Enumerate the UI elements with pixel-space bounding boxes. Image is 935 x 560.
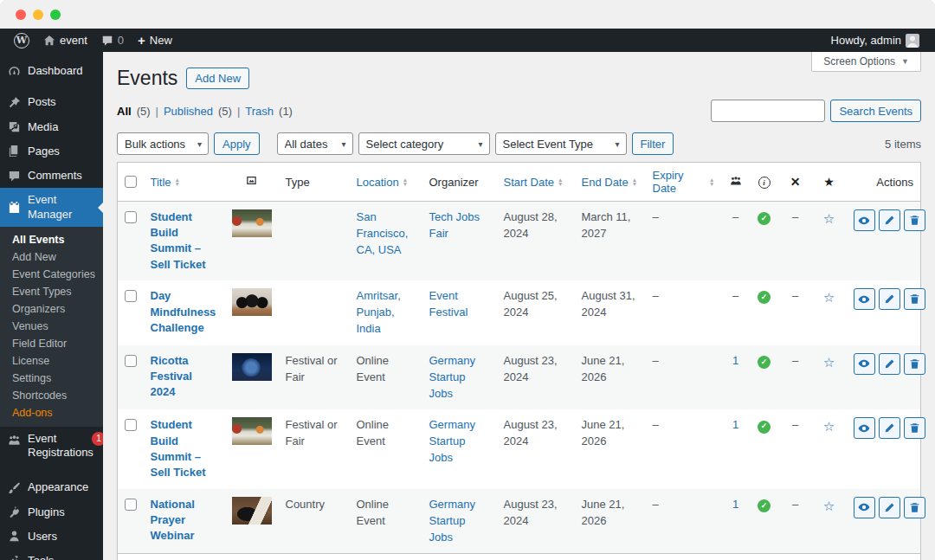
sidebar-item-appearance[interactable]: Appearance <box>0 475 103 499</box>
apply-button[interactable]: Apply <box>214 132 260 155</box>
event-location-link[interactable]: Amritsar, Punjab, India <box>357 289 401 335</box>
event-thumbnail[interactable] <box>232 497 272 525</box>
delete-event-button[interactable] <box>904 209 925 231</box>
event-title-link[interactable]: Day Mindfulness Challenge <box>151 288 218 336</box>
registrations-count-link[interactable]: 1 <box>732 354 738 367</box>
submenu-venues[interactable]: Venues <box>0 318 103 335</box>
sidebar-item-event-manager[interactable]: Event Manager <box>0 188 103 227</box>
event-thumbnail[interactable] <box>232 288 272 316</box>
sidebar-item-posts[interactable]: Posts <box>0 90 103 114</box>
sidebar-item-pages[interactable]: Pages <box>0 139 103 164</box>
zoom-window-button[interactable] <box>50 10 61 20</box>
sidebar-item-dashboard[interactable]: Dashboard <box>0 59 103 83</box>
featured-star-toggle[interactable]: ☆ <box>823 211 835 226</box>
sidebar-item-plugins[interactable]: Plugins <box>0 500 103 525</box>
close-window-button[interactable] <box>16 10 26 20</box>
event-title-link[interactable]: Ricotta Festival 2024 <box>151 353 218 401</box>
row-checkbox[interactable] <box>125 211 137 223</box>
sidebar-item-users[interactable]: Users <box>0 525 103 549</box>
submenu-license[interactable]: License <box>0 352 103 370</box>
event-location-link[interactable]: San Francisco, CA, USA <box>357 210 409 256</box>
event-title-link[interactable]: Student Build Summit – Sell Ticket <box>151 209 218 273</box>
wp-logo-menu[interactable]: W <box>7 29 36 52</box>
view-trash-link[interactable]: Trash <box>245 105 274 118</box>
table-row: National Prayer Webinar Country Online E… <box>118 489 921 554</box>
sort-expiry-date-header[interactable]: Expiry Date▲▼ <box>653 169 715 195</box>
event-start-date: August 23, 2024 <box>497 409 575 488</box>
sort-start-date-header[interactable]: Start Date▲▼ <box>504 176 564 189</box>
site-name-menu[interactable]: event <box>36 29 94 52</box>
submenu-event-types[interactable]: Event Types <box>0 283 103 300</box>
view-event-button[interactable] <box>854 497 875 518</box>
event-organizer-link[interactable]: Event Festival <box>429 289 468 319</box>
event-organizer-link[interactable]: Germany Startup Jobs <box>429 354 475 400</box>
delete-event-button[interactable] <box>904 288 925 310</box>
event-title-link[interactable]: National Prayer Webinar <box>151 497 218 544</box>
row-checkbox[interactable] <box>125 290 137 302</box>
row-checkbox[interactable] <box>125 419 137 431</box>
featured-star-toggle[interactable]: ☆ <box>823 290 835 305</box>
event-type-filter-select[interactable]: Select Event Type <box>495 132 627 155</box>
edit-event-button[interactable] <box>879 417 900 439</box>
submenu-shortcodes[interactable]: Shortcodes <box>0 387 103 404</box>
edit-event-button[interactable] <box>879 353 900 375</box>
delete-event-button[interactable] <box>904 353 925 375</box>
dates-filter-select[interactable]: All dates <box>277 132 353 155</box>
event-organizer-link[interactable]: Germany Startup Jobs <box>429 418 475 464</box>
registrations-count-link[interactable]: 1 <box>732 418 738 431</box>
event-thumbnail[interactable] <box>232 417 272 445</box>
event-organizer-link[interactable]: Tech Jobs Fair <box>429 210 480 240</box>
delete-event-button[interactable] <box>904 417 925 439</box>
minimize-window-button[interactable] <box>33 10 43 20</box>
comments-menu[interactable]: 0 <box>94 29 131 52</box>
submenu-organizers[interactable]: Organizers <box>0 300 103 318</box>
view-event-button[interactable] <box>854 288 875 310</box>
sidebar-item-comments[interactable]: Comments <box>0 164 103 188</box>
search-events-button[interactable]: Search Events <box>830 100 921 122</box>
select-all-checkbox[interactable] <box>125 176 137 188</box>
view-all-link[interactable]: All <box>117 105 132 118</box>
submenu-add-new[interactable]: Add New <box>0 248 103 266</box>
event-location: Online Event <box>350 409 422 488</box>
view-event-button[interactable] <box>854 417 875 439</box>
category-filter-select[interactable]: Select category <box>358 132 490 155</box>
screen-options-toggle[interactable]: Screen Options ▼ <box>811 52 921 72</box>
sidebar-item-media[interactable]: Media <box>0 115 103 139</box>
event-location: Online Event <box>350 489 422 554</box>
view-event-button[interactable] <box>854 209 875 231</box>
event-thumbnail[interactable] <box>232 353 272 381</box>
filter-button[interactable]: Filter <box>632 132 674 155</box>
featured-star-toggle[interactable]: ☆ <box>823 419 835 434</box>
bulk-actions-select[interactable]: Bulk actions <box>117 132 209 155</box>
cancel-status: – <box>792 289 798 302</box>
search-input[interactable] <box>711 100 825 122</box>
registrations-count-link[interactable]: 1 <box>732 498 738 511</box>
published-status-icon: ✓ <box>758 499 771 512</box>
account-menu[interactable]: Howdy, admin <box>824 34 926 48</box>
row-checkbox[interactable] <box>125 499 137 511</box>
edit-event-button[interactable] <box>879 288 900 310</box>
submenu-settings[interactable]: Settings <box>0 370 103 387</box>
event-thumbnail[interactable] <box>232 209 272 237</box>
new-content-menu[interactable]: + New <box>131 29 179 52</box>
view-published-link[interactable]: Published <box>164 105 213 118</box>
featured-star-toggle[interactable]: ☆ <box>823 499 835 513</box>
sort-end-date-header[interactable]: End Date▲▼ <box>582 176 638 189</box>
view-event-button[interactable] <box>854 353 875 375</box>
edit-event-button[interactable] <box>879 497 900 518</box>
submenu-add-ons[interactable]: Add-ons <box>0 404 103 422</box>
delete-event-button[interactable] <box>904 497 925 518</box>
submenu-event-categories[interactable]: Event Categories <box>0 266 103 283</box>
event-organizer-link[interactable]: Germany Startup Jobs <box>429 498 475 544</box>
sort-title-header[interactable]: Title▲▼ <box>151 176 181 189</box>
sidebar-item-tools[interactable]: Tools <box>0 549 103 560</box>
sort-location-header[interactable]: Location▲▼ <box>357 176 409 189</box>
sidebar-item-event-registrations[interactable]: Event Registrations 1 <box>0 427 103 466</box>
submenu-field-editor[interactable]: Field Editor <box>0 335 103 352</box>
event-title-link[interactable]: Student Build Summit – Sell Ticket <box>151 417 218 480</box>
edit-event-button[interactable] <box>879 209 900 231</box>
row-checkbox[interactable] <box>125 355 137 367</box>
add-new-button[interactable]: Add New <box>186 68 249 89</box>
submenu-all-events[interactable]: All Events <box>0 231 103 248</box>
featured-star-toggle[interactable]: ☆ <box>823 355 835 370</box>
